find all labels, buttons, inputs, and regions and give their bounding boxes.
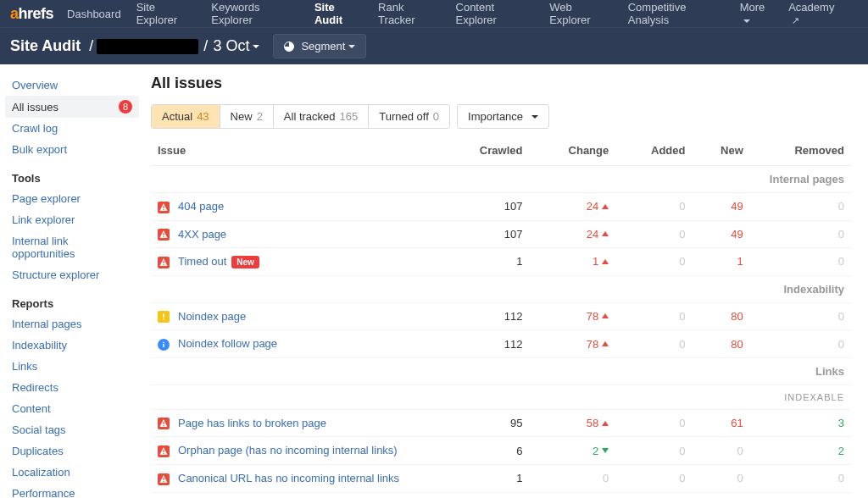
- nav-site-audit[interactable]: Site Audit: [314, 1, 363, 26]
- change-value: 24: [587, 200, 609, 213]
- cell-value: 0: [838, 255, 844, 268]
- tab-turned-off[interactable]: Turned off0: [369, 105, 449, 128]
- table-row[interactable]: Page has links to broken page9558 0613: [151, 409, 851, 437]
- tab-all-tracked[interactable]: All tracked165: [274, 105, 369, 128]
- table-row[interactable]: 404 page10724 0490: [151, 193, 851, 221]
- svg-rect-5: [163, 264, 164, 265]
- arrow-up-icon: [602, 259, 609, 264]
- cell-value: 107: [504, 228, 523, 241]
- nav-competitive-analysis[interactable]: Competitive Analysis: [628, 1, 725, 26]
- tab-count: 43: [197, 110, 209, 123]
- sidebar-item-label: All issues: [12, 101, 58, 113]
- sidebar-item-page-explorer[interactable]: Page explorer: [0, 188, 144, 209]
- col-issue[interactable]: Issue: [151, 136, 439, 166]
- cell-value: 0: [737, 472, 743, 484]
- sidebar-item-label: Redirects: [12, 381, 58, 394]
- sidebar-item-content[interactable]: Content: [0, 398, 144, 419]
- table-row[interactable]: Canonical URL has no incoming internal l…: [151, 464, 851, 492]
- cell-value: 1: [516, 255, 522, 268]
- nav-rank-tracker[interactable]: Rank Tracker: [378, 1, 440, 26]
- tab-actual[interactable]: Actual43: [152, 105, 220, 128]
- issue-name: 404 page: [178, 200, 224, 213]
- col-change[interactable]: Change: [529, 136, 615, 166]
- nav-academy[interactable]: Academy↗: [788, 1, 843, 26]
- tab-new[interactable]: New2: [220, 105, 274, 128]
- sidebar-item-all-issues[interactable]: All issues 8: [5, 96, 139, 118]
- cell-value: 0: [838, 472, 844, 484]
- sidebar-item-label: Links: [12, 360, 37, 373]
- col-added[interactable]: Added: [615, 136, 692, 166]
- nav-content-explorer[interactable]: Content Explorer: [456, 1, 535, 26]
- nav-more[interactable]: More: [740, 1, 774, 26]
- sidebar-item-structure-explorer[interactable]: Structure explorer: [0, 264, 144, 285]
- col-crawled[interactable]: Crawled: [439, 136, 529, 166]
- table-row[interactable]: 4XX page10724 0490: [151, 220, 851, 248]
- arrow-up-icon: [602, 204, 609, 209]
- logo-rest: hrefs: [19, 5, 54, 23]
- cell-value: 1: [516, 472, 522, 484]
- project-name-redacted[interactable]: [97, 39, 198, 54]
- sidebar-item-label: Performance: [12, 487, 75, 498]
- col-removed[interactable]: Removed: [750, 136, 851, 166]
- external-link-icon: ↗: [792, 15, 799, 26]
- change-value: 24: [587, 228, 609, 241]
- cell-value: 0: [679, 255, 685, 268]
- nav-keywords-explorer[interactable]: Keywords Explorer: [211, 1, 299, 26]
- tab-label: Actual: [162, 110, 192, 123]
- sidebar-item-label: Content: [12, 402, 51, 415]
- svg-rect-14: [163, 478, 164, 480]
- cell-value: 6: [516, 445, 522, 457]
- group-header: Indexability: [151, 275, 851, 302]
- issue-name: Noindex page: [178, 310, 246, 323]
- logo[interactable]: ahrefs: [10, 5, 53, 23]
- importance-dropdown[interactable]: Importance: [457, 104, 549, 129]
- sidebar-item-localization[interactable]: Localization: [0, 462, 144, 483]
- sidebar-item-bulk-export[interactable]: Bulk export: [0, 139, 144, 160]
- table-row[interactable]: Timed outNew11 010: [151, 248, 851, 276]
- main-content: All issues Actual43 New2 All tracked165 …: [144, 64, 868, 498]
- sidebar-item-label: Social tags: [12, 423, 66, 436]
- sub-header: Site Audit / / 3 Oct Segment: [0, 27, 868, 64]
- sidebar-item-redirects[interactable]: Redirects: [0, 377, 144, 398]
- table-row[interactable]: Noindex follow page11278 0800: [151, 330, 851, 358]
- table-row[interactable]: Noindex page11278 0800: [151, 302, 851, 330]
- sidebar-item-label: Localization: [12, 466, 70, 479]
- new-badge: New: [231, 256, 259, 268]
- chevron-down-icon: [253, 45, 259, 48]
- sidebar-item-overview[interactable]: Overview: [0, 75, 144, 96]
- top-nav: ahrefs Dashboard Site Explorer Keywords …: [0, 0, 868, 27]
- sidebar-item-performance[interactable]: Performance: [0, 483, 144, 498]
- sidebar-item-internal-link-opportunities[interactable]: Internal link opportunities: [0, 230, 144, 264]
- table-row[interactable]: Orphan page (has no incoming internal li…: [151, 437, 851, 465]
- col-new[interactable]: New: [692, 136, 749, 166]
- sidebar-item-label: Internal link opportunities: [12, 235, 132, 260]
- sidebar-item-crawl-log[interactable]: Crawl log: [0, 118, 144, 139]
- nav-site-explorer[interactable]: Site Explorer: [136, 1, 197, 26]
- sidebar-item-links[interactable]: Links: [0, 356, 144, 377]
- status-tabgroup: Actual43 New2 All tracked165 Turned off0: [151, 104, 450, 129]
- error-icon: [158, 229, 170, 241]
- chevron-down-icon: [743, 19, 750, 23]
- issue-name: Timed out: [178, 255, 226, 268]
- svg-rect-15: [163, 481, 164, 482]
- crawl-date-dropdown[interactable]: 3 Oct: [213, 37, 259, 55]
- sidebar-item-social-tags[interactable]: Social tags: [0, 419, 144, 440]
- cell-value: 2: [838, 445, 844, 457]
- issue-name: Canonical URL has no incoming internal l…: [178, 472, 399, 484]
- sidebar-item-duplicates[interactable]: Duplicates: [0, 440, 144, 462]
- segment-button[interactable]: Segment: [273, 34, 366, 58]
- warning-icon: [158, 311, 170, 323]
- sidebar-item-label: Internal pages: [12, 318, 81, 330]
- sidebar-item-link-explorer[interactable]: Link explorer: [0, 209, 144, 230]
- sidebar-section-tools: Tools: [0, 160, 144, 188]
- nav-dashboard[interactable]: Dashboard: [67, 8, 121, 20]
- cell-value: 0: [679, 310, 685, 323]
- sidebar-item-internal-pages[interactable]: Internal pages: [0, 313, 144, 335]
- sidebar-item-indexability[interactable]: Indexability: [0, 335, 144, 356]
- nav-web-explorer[interactable]: Web Explorer: [549, 1, 613, 26]
- cell-value: 0: [679, 417, 685, 429]
- cell-value: 95: [510, 417, 522, 429]
- chevron-down-icon: [531, 115, 538, 119]
- separator: /: [89, 37, 93, 55]
- tab-count: 165: [340, 110, 359, 123]
